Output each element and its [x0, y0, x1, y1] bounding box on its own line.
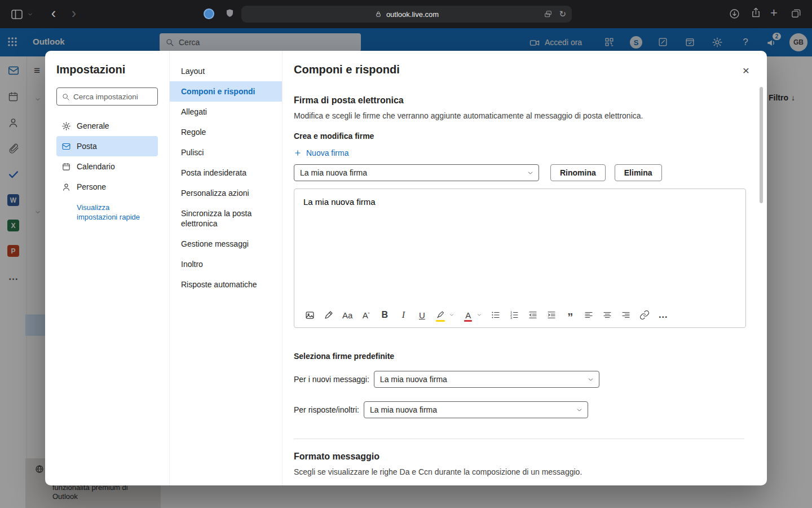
font-size-glyph: A	[363, 310, 368, 320]
section-allegati[interactable]: Allegati	[170, 102, 282, 122]
section-divider	[294, 439, 744, 439]
tab-group-chevron-icon[interactable]	[27, 11, 33, 17]
url-text: outlook.live.com	[386, 10, 439, 19]
browser-chrome: ‹ › outlook.live.com ↻ +	[0, 0, 812, 28]
font-color-icon[interactable]: A	[463, 308, 473, 322]
signature-editor[interactable]: La mia nuova firma Aa A˚ B I U	[294, 189, 746, 328]
section-gestione-messaggi[interactable]: Gestione messaggi	[170, 234, 282, 254]
signature-heading: Firma di posta elettronica	[294, 95, 744, 106]
section-regole[interactable]: Regole	[170, 122, 282, 142]
section-sincronizza-posta[interactable]: Sincronizza la posta elettronica	[170, 203, 282, 234]
signature-description: Modifica e scegli le firme che verranno …	[294, 111, 744, 120]
category-label: Posta	[77, 142, 97, 151]
new-messages-select[interactable]: La mia nuova firma	[374, 371, 599, 388]
category-label: Persone	[77, 182, 106, 191]
section-pulisci[interactable]: Pulisci	[170, 142, 282, 163]
category-calendario[interactable]: Calendario	[56, 156, 158, 177]
replies-select[interactable]: La mia nuova firma	[364, 401, 588, 418]
section-componi-e-rispondi[interactable]: Componi e rispondi	[170, 81, 282, 102]
numbered-list-icon[interactable]: 123	[509, 308, 519, 322]
new-tab-icon[interactable]: +	[770, 6, 778, 20]
reload-icon[interactable]: ↻	[559, 9, 566, 19]
new-signature-label: Nuova firma	[306, 148, 348, 157]
settings-sections-list: Layout Componi e rispondi Allegati Regol…	[169, 51, 282, 485]
replies-label: Per risposte/inoltri:	[294, 405, 359, 414]
section-posta-indesiderata[interactable]: Posta indesiderata	[170, 163, 282, 183]
forward-button[interactable]: ›	[67, 5, 81, 21]
downloads-icon[interactable]	[729, 8, 740, 20]
category-posta[interactable]: Posta	[56, 136, 158, 156]
highlight-icon[interactable]	[435, 308, 445, 322]
mail-icon	[61, 141, 71, 151]
section-risposte-automatiche[interactable]: Risposte automatiche	[170, 274, 282, 295]
sidebar-toggle-icon[interactable]	[10, 7, 24, 21]
panel-title: Componi e rispondi	[294, 51, 744, 76]
rename-button[interactable]: Rinomina	[550, 164, 606, 181]
person-icon	[61, 182, 71, 192]
close-icon[interactable]: ×	[739, 63, 753, 78]
settings-search[interactable]	[56, 87, 158, 106]
section-personalizza-azioni[interactable]: Personalizza azioni	[170, 183, 282, 203]
editor-toolbar: Aa A˚ B I U A	[304, 306, 739, 324]
font-color-chevron-icon[interactable]	[476, 312, 482, 318]
font-icon[interactable]: Aa	[342, 308, 352, 322]
category-label: Generale	[77, 121, 109, 130]
back-button[interactable]: ‹	[46, 5, 61, 21]
chevron-down-icon	[587, 376, 594, 383]
quick-settings-link[interactable]: Visualizza impostazioni rapide	[77, 203, 151, 222]
chevron-down-icon	[576, 406, 583, 414]
bold-icon[interactable]: B	[379, 308, 390, 322]
svg-text:3: 3	[510, 316, 512, 319]
indent-icon[interactable]	[546, 308, 557, 322]
category-label: Calendario	[77, 162, 115, 171]
italic-icon[interactable]: I	[398, 308, 408, 322]
message-format-heading: Formato messaggio	[294, 452, 744, 462]
settings-modal: Impostazioni Generale Posta	[45, 51, 767, 485]
new-signature-button[interactable]: Nuova firma	[294, 148, 348, 157]
gear-icon	[61, 121, 71, 131]
shield-extension-icon[interactable]	[224, 8, 235, 19]
tab-overview-icon[interactable]	[791, 8, 802, 19]
insert-image-icon[interactable]	[304, 308, 315, 322]
highlight-chevron-icon[interactable]	[449, 312, 454, 318]
align-center-icon[interactable]	[602, 308, 612, 322]
lock-icon	[374, 10, 382, 18]
more-options-icon[interactable]: …	[658, 308, 668, 322]
search-icon	[61, 93, 70, 101]
share-icon[interactable]	[750, 7, 762, 19]
settings-nav-panel: Impostazioni Generale Posta	[45, 51, 169, 485]
font-color-glyph: A	[465, 310, 471, 320]
category-persone[interactable]: Persone	[56, 177, 158, 197]
pen-icon[interactable]	[324, 308, 334, 322]
underline-icon[interactable]: U	[417, 308, 427, 322]
create-signatures-heading: Crea e modifica firme	[294, 132, 744, 141]
bullet-list-icon[interactable]	[491, 308, 501, 322]
settings-search-input[interactable]	[73, 93, 153, 101]
address-bar[interactable]: outlook.live.com ↻	[241, 6, 572, 23]
replies-value: La mia nuova firma	[370, 405, 437, 414]
scrollbar-thumb[interactable]	[760, 87, 763, 203]
settings-title: Impostazioni	[56, 63, 158, 76]
new-messages-value: La mia nuova firma	[380, 375, 447, 384]
extension-icon[interactable]	[204, 8, 214, 19]
quote-icon[interactable]: ”	[565, 308, 575, 322]
section-inoltro[interactable]: Inoltro	[170, 254, 282, 274]
new-messages-label: Per i nuovi messaggi:	[294, 375, 369, 384]
signature-select-value: La mia nuova firma	[300, 168, 367, 177]
default-signatures-heading: Seleziona firme predefinite	[294, 352, 744, 361]
outdent-icon[interactable]	[528, 308, 538, 322]
plus-icon	[294, 149, 302, 157]
link-icon[interactable]	[639, 308, 650, 322]
delete-button[interactable]: Elimina	[615, 164, 662, 181]
category-generale[interactable]: Generale	[56, 116, 158, 136]
align-right-icon[interactable]	[621, 308, 631, 322]
signature-editor-text[interactable]: La mia nuova firma	[294, 189, 745, 214]
section-layout[interactable]: Layout	[170, 61, 282, 81]
font-size-icon[interactable]: A˚	[361, 308, 371, 322]
calendar-icon	[61, 161, 71, 172]
settings-detail-panel: Componi e rispondi × Firma di posta elet…	[282, 51, 767, 485]
page-copy-icon[interactable]	[544, 10, 553, 19]
signature-select[interactable]: La mia nuova firma	[294, 164, 539, 181]
message-format-description: Scegli se visualizzare le righe Da e Ccn…	[294, 467, 744, 476]
align-left-icon[interactable]	[584, 308, 594, 322]
